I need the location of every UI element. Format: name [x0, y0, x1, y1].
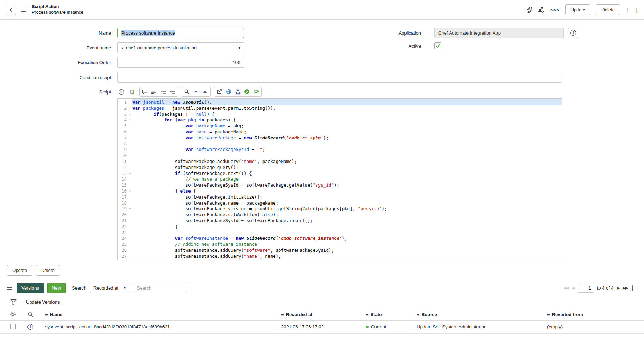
column-menu-icon[interactable]: ≡ — [45, 312, 48, 317]
tab-versions[interactable]: Versions — [17, 283, 44, 293]
list-search-icon[interactable] — [20, 311, 40, 317]
code-line[interactable]: 2var packages = jsonUtil.parse(event.par… — [118, 105, 562, 111]
update-button[interactable]: Update — [565, 4, 591, 15]
code-line[interactable]: 13▾ if (softwarePackage.next()) { — [118, 171, 562, 177]
code-line[interactable]: 1var jsonUtil = new JsonUtil(); — [118, 99, 562, 105]
syntax-check-icon[interactable] — [243, 87, 251, 96]
search-field-select[interactable]: Recorded at ▼ — [90, 283, 130, 293]
toggle-comment-icon[interactable] — [141, 87, 149, 96]
active-checkbox[interactable] — [434, 42, 441, 49]
fold-marker-icon[interactable]: ▾ — [128, 117, 132, 123]
editor-settings-icon[interactable] — [252, 87, 260, 96]
code-line[interactable]: 5 var packageName = pkg; — [118, 123, 562, 129]
personalize-form-icon[interactable] — [538, 7, 545, 13]
syntax-helper-icon[interactable]: {} — [128, 88, 136, 96]
next-record-icon[interactable]: ↓ — [635, 6, 638, 13]
api-reference-icon[interactable] — [224, 87, 233, 96]
code-line[interactable]: 20 softwarePackage.setWorkflow(false); — [118, 212, 562, 218]
table-row[interactable]: isysevent_script_action_8acd4f2d2f303010… — [0, 321, 644, 334]
form-context-menu-icon[interactable] — [20, 6, 27, 14]
code-line[interactable]: 24 var softwareInstance = new GlideRecor… — [118, 236, 562, 242]
last-page-icon[interactable]: ▶▶ — [623, 286, 628, 290]
code-line[interactable]: 8 — [118, 141, 562, 147]
condition-script-input[interactable] — [117, 72, 562, 83]
line-number: 18 — [118, 200, 128, 206]
code-line[interactable]: 18 softwarePackage.name = packageName; — [118, 200, 562, 206]
code-editor[interactable]: 1var jsonUtil = new JsonUtil();2var pack… — [117, 98, 562, 260]
code-line[interactable]: 16▾ } else { — [118, 188, 562, 194]
event-name-select[interactable]: x_chef_automate.process.installation ▾ — [117, 42, 244, 53]
version-name-link[interactable]: sysevent_script_action_8acd4f2d2f303010f… — [45, 324, 170, 329]
code-line[interactable]: 7 var softwarePackage = new GlideRecord(… — [118, 135, 562, 141]
search-icon[interactable] — [182, 87, 191, 96]
fold-marker-icon[interactable]: ▾ — [128, 111, 132, 117]
find-previous-icon[interactable] — [201, 87, 209, 96]
line-number: 21 — [118, 218, 128, 224]
name-input[interactable]: Process software Instance — [117, 28, 244, 38]
search-label: Search — [72, 285, 86, 291]
new-version-button[interactable]: New — [47, 283, 66, 293]
column-header-source[interactable]: ≡Source — [412, 312, 542, 317]
code-line[interactable]: 27 softwareInstance.addQuery("name", nam… — [118, 254, 562, 260]
column-header-reverted-from[interactable]: ≡Reverted from — [542, 312, 644, 317]
code-line[interactable]: 14 // we have a package — [118, 176, 562, 182]
page-number-input[interactable] — [578, 283, 594, 293]
list-settings-icon[interactable] — [5, 311, 20, 317]
open-in-window-icon[interactable] — [215, 87, 224, 96]
fold-marker-icon[interactable]: ▾ — [128, 171, 132, 177]
fold-marker-icon[interactable]: ▾ — [128, 206, 132, 212]
code-line[interactable]: 17 softwarePackage.initialize(); — [118, 194, 562, 200]
column-menu-icon[interactable]: ≡ — [547, 312, 550, 317]
source-link[interactable]: Update Set: System Administrator — [417, 324, 485, 329]
attachment-icon[interactable] — [526, 7, 532, 13]
execution-order-input[interactable]: 100 — [117, 57, 244, 68]
code-line[interactable]: 6 var name = packageName; — [118, 129, 562, 135]
code-line[interactable]: 3▾ if(packages !== null) { — [118, 111, 562, 117]
code-line[interactable]: 11 softwarePackage.addQuery('name', pack… — [118, 159, 562, 165]
code-line[interactable]: 21 softwarePackageSysId = softwarePackag… — [118, 218, 562, 224]
code-line[interactable]: 22 } — [118, 224, 562, 230]
indent-icon[interactable] — [159, 87, 167, 96]
code-line[interactable]: 26 softwareInstance.addQuery("software",… — [118, 248, 562, 254]
list-search-input[interactable] — [134, 283, 187, 293]
column-menu-icon[interactable]: ≡ — [366, 312, 369, 317]
code-line[interactable]: 15 softwarePackageSysId = softwarePackag… — [118, 182, 562, 188]
collapse-list-icon[interactable] — [632, 285, 638, 291]
code-line[interactable]: 10 — [118, 153, 562, 159]
fold-marker-icon[interactable]: ▾ — [128, 188, 132, 194]
more-actions-icon[interactable]: ooo — [550, 8, 559, 12]
event-name-value: x_chef_automate.process.installation — [121, 45, 197, 50]
list-context-menu-icon[interactable] — [6, 284, 13, 292]
filter-funnel-icon[interactable] — [6, 299, 21, 305]
first-page-icon[interactable]: ◀◀ — [563, 286, 569, 290]
previous-record-icon[interactable]: ↑ — [626, 6, 629, 13]
code-line[interactable]: 12 softwarePackage.query(); — [118, 165, 562, 171]
format-code-icon[interactable] — [150, 87, 158, 96]
save-icon[interactable] — [234, 87, 242, 96]
code-line[interactable]: 4▾ for (var pkg in packages) { — [118, 117, 562, 123]
breadcrumb-all-link[interactable]: Update Versions — [26, 299, 60, 305]
row-info-icon[interactable]: i — [27, 324, 33, 330]
delete-button[interactable]: Delete — [596, 4, 620, 15]
column-header-recorded-at[interactable]: ≡Recorded at — [276, 312, 361, 317]
find-next-icon[interactable] — [192, 87, 200, 96]
help-icon[interactable]: ? — [117, 88, 125, 96]
next-page-icon[interactable]: ▶ — [617, 286, 619, 290]
footer-delete-button[interactable]: Delete — [36, 265, 60, 276]
column-menu-icon[interactable]: ≡ — [281, 312, 284, 317]
code-line[interactable]: 25 // Adding new software instance — [118, 242, 562, 248]
back-button[interactable] — [6, 5, 16, 15]
column-header-state[interactable]: ≡State — [361, 312, 412, 317]
row-checkbox[interactable] — [10, 324, 16, 329]
application-info-button[interactable]: i — [568, 28, 578, 38]
footer-update-button[interactable]: Update — [7, 265, 32, 276]
column-header-name[interactable]: ≡Name — [40, 312, 276, 317]
previous-page-icon[interactable]: ◀ — [572, 286, 574, 290]
code-line[interactable]: 19▾ softwarePackage.version = jsonUtil.g… — [118, 206, 562, 212]
line-number: 27 — [118, 254, 128, 260]
code-line[interactable]: 9 var softwarePackageSysId = ""; — [118, 147, 562, 153]
outdent-icon[interactable] — [168, 87, 177, 96]
column-menu-icon[interactable]: ≡ — [417, 312, 420, 317]
list-filter-row: Update Versions — [0, 296, 644, 309]
code-line[interactable]: 23 — [118, 230, 562, 236]
